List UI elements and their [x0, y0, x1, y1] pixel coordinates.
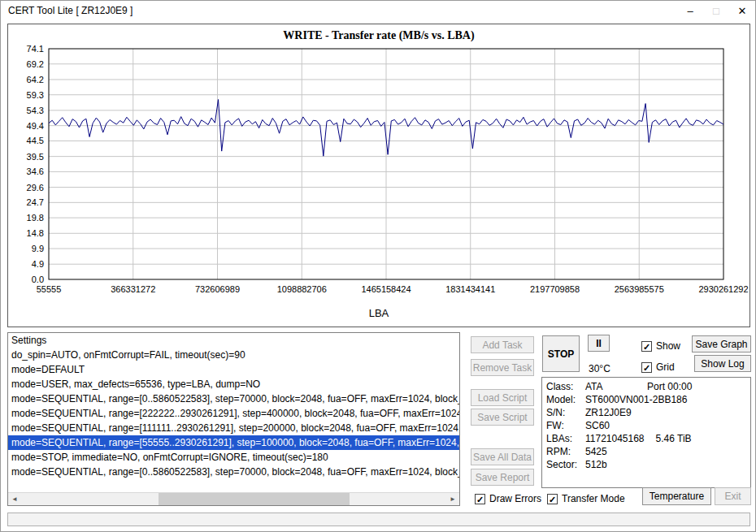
device-info-panel: Class: ATA Port 00:00 Model: ST6000VN001…: [541, 377, 751, 488]
remove-task-button[interactable]: Remove Task: [471, 359, 534, 376]
svg-text:34.6: 34.6: [27, 167, 44, 176]
chart-x-axis-label: LBA: [8, 307, 749, 322]
svg-text:1098882706: 1098882706: [277, 284, 327, 294]
svg-text:2930261292: 2930261292: [698, 284, 748, 294]
show-log-button[interactable]: Show Log: [694, 355, 751, 372]
scroll-right-icon[interactable]: ►: [446, 493, 459, 505]
settings-list-header: Settings: [8, 333, 459, 348]
pause-button[interactable]: II: [588, 335, 610, 352]
device-info-label: FW:: [546, 419, 585, 432]
svg-text:2197709858: 2197709858: [530, 284, 580, 294]
svg-text:19.8: 19.8: [27, 213, 44, 223]
app-window: CERT Tool Lite [ ZR12J0E9 ] – □ ✕ WRITE …: [0, 0, 756, 532]
device-info-row: S/N: ZR12J0E9: [546, 406, 746, 419]
list-item-selected[interactable]: mode=SEQUENTIAL, range=[55555..293026129…: [8, 435, 459, 450]
scrollbar-thumb[interactable]: [159, 493, 350, 505]
svg-text:39.5: 39.5: [27, 152, 44, 162]
device-info-extra: 5.46 TiB: [656, 432, 692, 445]
device-info-label: LBAs:: [546, 432, 585, 445]
progress-bar: [7, 513, 750, 526]
transfer-rate-plot: 0.04.99.914.819.824.729.634.639.544.549.…: [8, 45, 749, 307]
svg-text:59.3: 59.3: [27, 90, 44, 100]
svg-text:24.7: 24.7: [27, 197, 44, 207]
save-all-data-button[interactable]: Save All Data: [471, 448, 534, 465]
device-info-label: Sector:: [546, 458, 585, 471]
device-info-row: Model: ST6000VN001-2BB186: [546, 393, 746, 406]
device-info-label: RPM:: [546, 445, 585, 458]
scroll-left-icon[interactable]: ◄: [8, 493, 21, 505]
chart-title: WRITE - Transfer rate (MB/s vs. LBA): [8, 24, 749, 45]
transfer-mode-checkbox[interactable]: ✓ Transfer Mode: [547, 493, 625, 504]
svg-text:64.2: 64.2: [27, 75, 44, 84]
list-item[interactable]: mode=SEQUENTIAL, range=[111111..29302612…: [8, 421, 459, 435]
svg-text:4.9: 4.9: [32, 259, 44, 269]
grid-checkbox-label: Grid: [656, 361, 675, 373]
save-graph-button[interactable]: Save Graph: [692, 335, 751, 353]
save-script-button[interactable]: Save Script: [471, 409, 534, 426]
svg-text:9.9: 9.9: [32, 244, 44, 253]
maximize-icon[interactable]: □: [703, 1, 729, 20]
save-report-button[interactable]: Save Report: [471, 469, 534, 486]
device-info-label: S/N:: [546, 406, 585, 419]
svg-text:1831434141: 1831434141: [445, 284, 495, 294]
list-item[interactable]: mode=SEQUENTIAL, range=[0..5860522583], …: [8, 465, 459, 479]
settings-list[interactable]: Settings do_spin=AUTO, onFmtCorrupt=FAIL…: [7, 332, 460, 506]
list-item[interactable]: do_spin=AUTO, onFmtCorrupt=FAIL, timeout…: [8, 348, 459, 362]
device-info-value: 5425: [585, 445, 636, 458]
title-bar: CERT Tool Lite [ ZR12J0E9 ] – □ ✕: [1, 1, 755, 20]
svg-text:44.5: 44.5: [27, 136, 44, 145]
svg-text:14.8: 14.8: [27, 228, 44, 238]
draw-errors-checkbox[interactable]: ✓ Draw Errors: [475, 493, 541, 504]
svg-text:69.2: 69.2: [27, 59, 44, 69]
grid-checkbox[interactable]: ✓ Grid: [641, 361, 675, 373]
list-item[interactable]: mode=SEQUENTIAL, range=[222222..29302612…: [8, 406, 459, 421]
svg-text:732606989: 732606989: [195, 284, 240, 294]
device-info-value: ST6000VN001-2BB186: [585, 393, 687, 406]
svg-text:49.4: 49.4: [27, 121, 44, 131]
transfer-mode-checkbox-box[interactable]: ✓: [547, 494, 558, 504]
device-info-label: Class:: [546, 380, 585, 393]
show-checkbox-label: Show: [656, 340, 680, 352]
device-info-value: SC60: [585, 419, 636, 432]
device-info-value: ZR12J0E9: [585, 406, 636, 419]
device-info-value: 11721045168: [585, 432, 645, 445]
minimize-icon[interactable]: –: [677, 1, 703, 20]
show-checkbox[interactable]: ✓ Show: [641, 340, 680, 352]
close-icon[interactable]: ✕: [729, 1, 755, 20]
svg-text:55555: 55555: [37, 284, 62, 294]
add-task-button[interactable]: Add Task: [471, 336, 534, 353]
svg-text:29.6: 29.6: [27, 183, 44, 192]
svg-text:54.3: 54.3: [27, 106, 44, 115]
svg-text:366331272: 366331272: [111, 284, 155, 294]
load-script-button[interactable]: Load Script: [471, 389, 534, 406]
device-info-label: Model:: [546, 393, 585, 406]
transfer-rate-chart-panel: WRITE - Transfer rate (MB/s vs. LBA) 0.0…: [7, 24, 750, 327]
grid-checkbox-box[interactable]: ✓: [641, 362, 652, 373]
svg-text:1465158424: 1465158424: [361, 284, 411, 294]
list-item[interactable]: mode=STOP, immediate=NO, onFmtCorrupt=IG…: [8, 450, 459, 465]
horizontal-scrollbar[interactable]: ◄ ►: [8, 492, 459, 505]
list-item[interactable]: mode=DEFAULT: [8, 362, 459, 377]
list-item[interactable]: mode=USER, max_defects=65536, type=LBA, …: [8, 377, 459, 391]
device-info-row: Sector: 512b: [546, 458, 746, 471]
device-info-row: Class: ATA Port 00:00: [546, 380, 746, 393]
device-info-value: 512b: [585, 458, 636, 471]
svg-text:74.1: 74.1: [27, 45, 44, 54]
device-info-row: FW: SC60: [546, 419, 746, 432]
show-checkbox-box[interactable]: ✓: [641, 341, 652, 352]
temperature-readout: 30°C: [589, 363, 610, 374]
stop-button[interactable]: STOP: [542, 335, 580, 372]
device-info-extra: Port 00:00: [647, 380, 692, 393]
exit-button[interactable]: Exit: [715, 487, 751, 505]
svg-text:2563985575: 2563985575: [615, 284, 664, 294]
window-title: CERT Tool Lite [ ZR12J0E9 ]: [1, 5, 133, 16]
device-info-row: RPM: 5425: [546, 445, 746, 458]
device-info-row: LBAs: 11721045168 5.46 TiB: [546, 432, 746, 445]
svg-text:0.0: 0.0: [32, 275, 44, 284]
draw-errors-checkbox-label: Draw Errors: [489, 493, 541, 504]
transfer-mode-checkbox-label: Transfer Mode: [562, 493, 625, 504]
draw-errors-checkbox-box[interactable]: ✓: [475, 494, 485, 504]
temperature-button[interactable]: Temperature: [642, 487, 711, 505]
device-info-value: ATA: [585, 380, 636, 393]
list-item[interactable]: mode=SEQUENTIAL, range=[0..5860522583], …: [8, 391, 459, 406]
